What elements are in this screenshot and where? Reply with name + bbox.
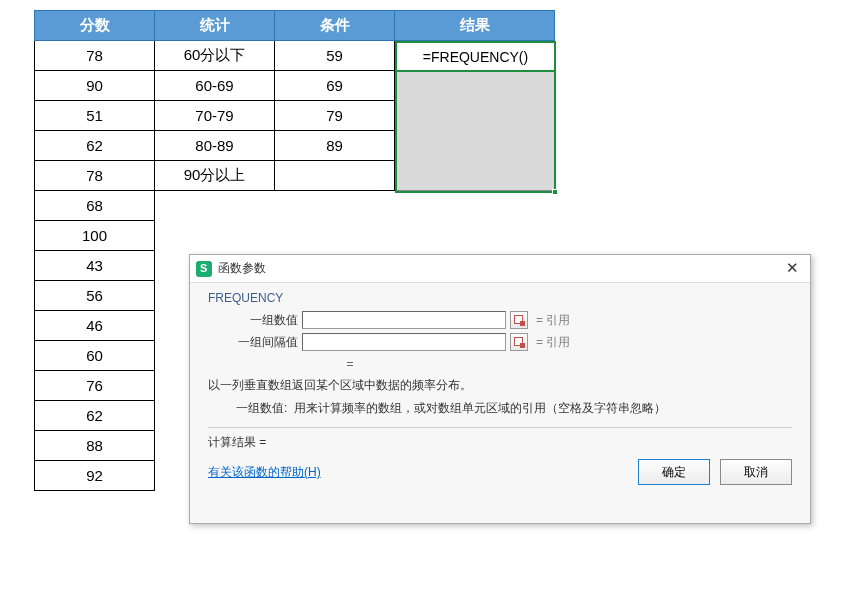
cell[interactable]: 92: [35, 461, 155, 491]
active-cell[interactable]: =FREQUENCY(): [395, 41, 556, 72]
param2-label: 一组间隔值: [228, 334, 298, 351]
calc-result: 计算结果 =: [208, 434, 792, 451]
cell[interactable]: 60-69: [155, 71, 275, 101]
cell[interactable]: 78: [35, 41, 155, 71]
cell[interactable]: 100: [35, 221, 155, 251]
param1-input[interactable]: [302, 311, 506, 329]
header-score[interactable]: 分数: [35, 11, 155, 41]
cell[interactable]: 62: [35, 131, 155, 161]
cell[interactable]: 60: [35, 341, 155, 371]
cell[interactable]: 46: [35, 311, 155, 341]
cell[interactable]: 69: [275, 71, 395, 101]
header-cond[interactable]: 条件: [275, 11, 395, 41]
dialog-title: 函数参数: [218, 260, 780, 277]
param-description: 一组数值: 用来计算频率的数组，或对数组单元区域的引用（空格及字符串忽略）: [236, 400, 792, 417]
result-preview-eq: =: [208, 357, 492, 371]
cell[interactable]: 80-89: [155, 131, 275, 161]
cell[interactable]: 89: [275, 131, 395, 161]
cell[interactable]: 78: [35, 161, 155, 191]
score-tail[interactable]: 68 100 43 56 46 60 76 62 88 92: [34, 190, 155, 491]
close-icon[interactable]: ✕: [780, 259, 804, 279]
cell[interactable]: 90: [35, 71, 155, 101]
function-arguments-dialog: 函数参数 ✕ FREQUENCY 一组数值 = 引用 一组间隔值 = 引用 = …: [189, 254, 811, 524]
function-description: 以一列垂直数组返回某个区域中数据的频率分布。: [208, 377, 792, 394]
param1-label: 一组数值: [228, 312, 298, 329]
dialog-titlebar[interactable]: 函数参数 ✕: [190, 255, 810, 283]
cell[interactable]: 70-79: [155, 101, 275, 131]
cell[interactable]: 62: [35, 401, 155, 431]
cell[interactable]: 76: [35, 371, 155, 401]
app-icon: [196, 261, 212, 277]
cell[interactable]: 56: [35, 281, 155, 311]
cell[interactable]: 79: [275, 101, 395, 131]
fill-handle[interactable]: [552, 189, 558, 195]
help-link[interactable]: 有关该函数的帮助(H): [208, 464, 321, 481]
function-name: FREQUENCY: [208, 291, 792, 305]
ok-button[interactable]: 确定: [638, 459, 710, 485]
header-result[interactable]: 结果: [395, 11, 555, 41]
param1-preview: = 引用: [536, 312, 570, 329]
param2-preview: = 引用: [536, 334, 570, 351]
cell[interactable]: 51: [35, 101, 155, 131]
cell[interactable]: 43: [35, 251, 155, 281]
cell[interactable]: [275, 161, 395, 191]
cell[interactable]: 68: [35, 191, 155, 221]
cell[interactable]: 90分以上: [155, 161, 275, 191]
cell[interactable]: 59: [275, 41, 395, 71]
param-row-bins-array: 一组间隔值 = 引用: [228, 333, 792, 351]
cancel-button[interactable]: 取消: [720, 459, 792, 485]
param2-input[interactable]: [302, 333, 506, 351]
cell[interactable]: 88: [35, 431, 155, 461]
selected-fill: [397, 72, 554, 191]
range-selector-icon[interactable]: [510, 333, 528, 351]
formula-text: =FREQUENCY(): [423, 49, 528, 65]
header-stats[interactable]: 统计: [155, 11, 275, 41]
param-row-data-array: 一组数值 = 引用: [228, 311, 792, 329]
divider: [208, 427, 792, 428]
range-selector-icon[interactable]: [510, 311, 528, 329]
cell[interactable]: 60分以下: [155, 41, 275, 71]
